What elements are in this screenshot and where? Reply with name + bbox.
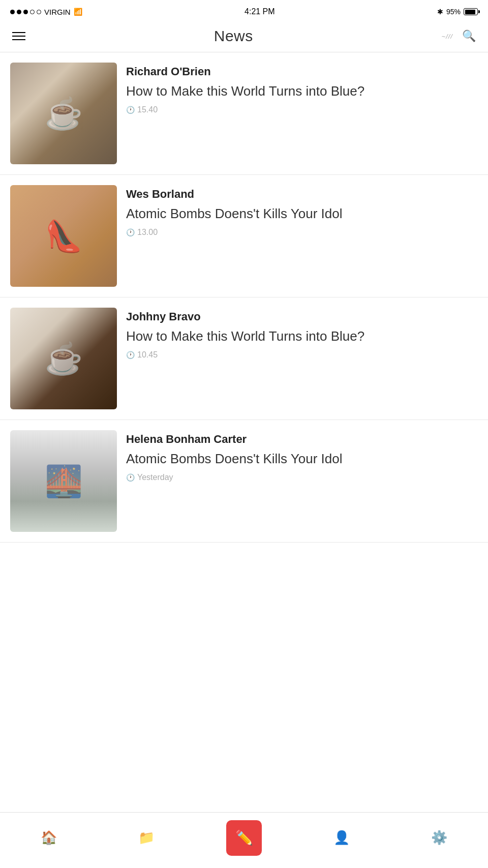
status-time: 4:21 PM	[245, 7, 275, 16]
status-bar: VIRGIN 📶 4:21 PM ✱ 95%	[0, 0, 488, 22]
news-thumb-1	[10, 63, 117, 164]
news-content-2: Wes Borland Atomic Bombs Doens't Kills Y…	[126, 185, 478, 237]
clock-icon-1: 🕐	[126, 106, 135, 114]
settings-icon: ⚙️	[431, 830, 447, 846]
folder-icon: 📁	[138, 830, 155, 846]
nav-right: ~/// 🔍	[442, 29, 476, 43]
news-author-4: Helena Bonham Carter	[126, 432, 478, 447]
battery-fill	[465, 10, 476, 14]
news-author-3: Johhny Bravo	[126, 310, 478, 324]
hamburger-line-1	[12, 32, 25, 33]
search-button[interactable]: 🔍	[462, 29, 476, 43]
status-left: VIRGIN 📶	[10, 8, 82, 16]
tab-compose[interactable]: ✏️	[195, 813, 293, 863]
brand-watermark: ~///	[442, 33, 453, 40]
compose-icon: ✏️	[235, 829, 253, 846]
battery-icon	[464, 8, 478, 15]
home-icon: 🏠	[41, 830, 57, 846]
signal-dot-4	[30, 10, 35, 14]
clock-icon-2: 🕐	[126, 228, 135, 236]
tab-settings[interactable]: ⚙️	[390, 813, 488, 863]
battery-percent: 95%	[446, 8, 461, 16]
news-timestamp-2: 13.00	[137, 228, 158, 237]
news-content-1: Richard O'Brien How to Make this World T…	[126, 63, 478, 114]
nav-bar: News ~/// 🔍	[0, 22, 488, 52]
news-content-3: Johhny Bravo How to Make this World Turn…	[126, 308, 478, 360]
page-title: News	[214, 27, 253, 45]
news-list-wrapper: Richard O'Brien How to Make this World T…	[0, 52, 488, 604]
news-timestamp-1: 15.40	[137, 105, 158, 114]
news-author-2: Wes Borland	[126, 187, 478, 202]
hamburger-line-2	[12, 36, 25, 37]
tab-home[interactable]: 🏠	[0, 813, 98, 863]
news-timestamp-3: 10.45	[137, 350, 158, 360]
signal-dot-3	[23, 10, 28, 14]
hamburger-menu-button[interactable]	[12, 32, 25, 40]
tab-folder[interactable]: 📁	[98, 813, 195, 863]
news-author-1: Richard O'Brien	[126, 65, 478, 79]
news-headline-2: Atomic Bombs Doens't Kills Your Idol	[126, 205, 478, 223]
news-thumb-4	[10, 430, 117, 532]
signal-dot-1	[10, 10, 15, 14]
news-headline-3: How to Make this World Turns into Blue?	[126, 327, 478, 345]
news-list: Richard O'Brien How to Make this World T…	[0, 52, 488, 543]
signal-dots	[10, 10, 41, 14]
news-item-2[interactable]: Wes Borland Atomic Bombs Doens't Kills Y…	[0, 175, 488, 297]
news-headline-4: Atomic Bombs Doens't Kills Your Idol	[126, 450, 478, 468]
compose-button[interactable]: ✏️	[226, 820, 262, 856]
status-right: ✱ 95%	[437, 8, 478, 16]
news-item-4[interactable]: Helena Bonham Carter Atomic Bombs Doens'…	[0, 420, 488, 543]
clock-icon-4: 🕐	[126, 473, 135, 482]
tab-bar: 🏠 📁 ✏️ 👤 ⚙️	[0, 812, 488, 868]
bluetooth-icon: ✱	[437, 8, 443, 16]
news-time-2: 🕐 13.00	[126, 228, 478, 237]
news-item-1[interactable]: Richard O'Brien How to Make this World T…	[0, 52, 488, 175]
profile-icon: 👤	[333, 830, 350, 846]
news-item-3[interactable]: Johhny Bravo How to Make this World Turn…	[0, 297, 488, 420]
news-timestamp-4: Yesterday	[137, 473, 173, 482]
news-time-1: 🕐 15.40	[126, 105, 478, 114]
signal-dot-2	[17, 10, 21, 14]
news-headline-1: How to Make this World Turns into Blue?	[126, 82, 478, 100]
news-content-4: Helena Bonham Carter Atomic Bombs Doens'…	[126, 430, 478, 482]
wifi-icon: 📶	[74, 8, 82, 16]
tab-profile[interactable]: 👤	[293, 813, 390, 863]
news-thumb-3	[10, 308, 117, 409]
carrier-name: VIRGIN	[44, 8, 71, 16]
clock-icon-3: 🕐	[126, 351, 135, 359]
news-thumb-2	[10, 185, 117, 287]
hamburger-line-3	[12, 39, 25, 40]
battery-box	[464, 8, 478, 15]
signal-dot-5	[37, 10, 41, 14]
news-time-3: 🕐 10.45	[126, 350, 478, 360]
news-time-4: 🕐 Yesterday	[126, 473, 478, 482]
